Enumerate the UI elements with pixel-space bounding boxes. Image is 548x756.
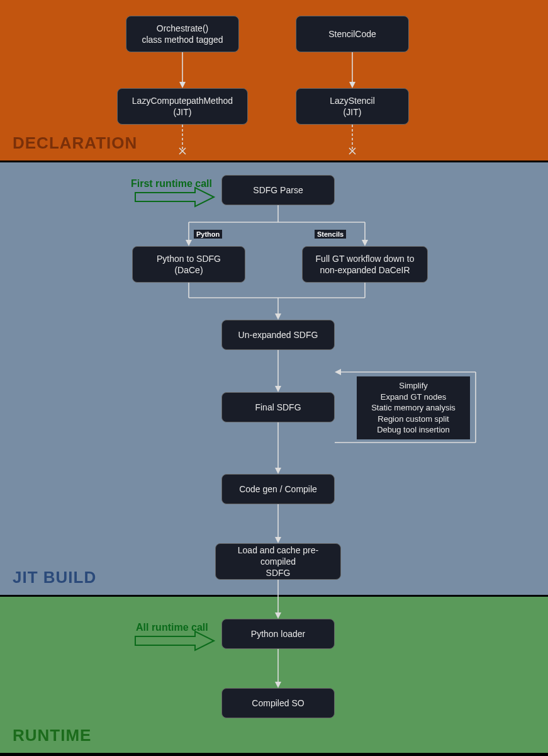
svg-marker-29 bbox=[275, 468, 281, 474]
node-text: Python loader bbox=[251, 628, 305, 640]
edge-label-stencils: Stencils bbox=[315, 230, 346, 239]
node-text: SDFG Parse bbox=[253, 184, 303, 196]
svg-marker-13 bbox=[186, 240, 192, 246]
node-text: LazyComputepathMethod bbox=[132, 95, 233, 106]
node-text: Load and cache pre-compiled bbox=[222, 544, 334, 567]
annotation-line: Static memory analysis bbox=[362, 402, 465, 414]
node-text: SDFG bbox=[266, 567, 291, 578]
node-text: (JIT) bbox=[344, 106, 362, 118]
section-label-jitbuild: JIT BUILD bbox=[13, 568, 96, 587]
node-lazy-stencil: LazyStencil (JIT) bbox=[296, 88, 409, 125]
node-compiled-so: Compiled SO bbox=[221, 688, 335, 718]
svg-marker-34 bbox=[275, 612, 281, 619]
node-text: LazyStencil bbox=[330, 95, 375, 106]
node-unexpanded-sdfg: Un-expanded SDFG bbox=[221, 320, 335, 350]
node-text: Code gen / Compile bbox=[239, 483, 317, 495]
node-text: Full GT workflow down to bbox=[316, 253, 415, 264]
node-text: Un-expanded SDFG bbox=[238, 329, 318, 341]
section-declaration: DECLARATION Orchestrate() class method t… bbox=[0, 0, 548, 162]
svg-marker-36 bbox=[275, 682, 281, 688]
svg-marker-15 bbox=[362, 240, 368, 246]
section-label-declaration: DECLARATION bbox=[13, 133, 137, 153]
node-text: Final SDFG bbox=[255, 402, 301, 413]
node-sdfg-parse: SDFG Parse bbox=[221, 175, 335, 205]
svg-line-5 bbox=[179, 148, 186, 154]
svg-marker-3 bbox=[349, 82, 355, 88]
node-full-gt-workflow: Full GT workflow down to non-expanded Da… bbox=[302, 246, 428, 283]
node-final-sdfg: Final SDFG bbox=[221, 392, 335, 422]
node-text: Orchestrate() bbox=[157, 23, 208, 34]
svg-marker-20 bbox=[275, 313, 281, 320]
svg-marker-22 bbox=[275, 386, 281, 392]
node-stencilcode: StencilCode bbox=[296, 16, 409, 52]
node-text: (DaCe) bbox=[174, 264, 203, 276]
annotation-line: Expand GT nodes bbox=[362, 392, 465, 403]
node-lazy-method: LazyComputepathMethod (JIT) bbox=[117, 88, 248, 125]
svg-line-8 bbox=[349, 148, 355, 154]
annotation-steps: Simplify Expand GT nodes Static memory a… bbox=[357, 376, 470, 439]
callout-first-runtime: First runtime call bbox=[131, 178, 212, 189]
node-codegen: Code gen / Compile bbox=[221, 474, 335, 504]
section-runtime: RUNTIME All runtime call Python loader C… bbox=[0, 597, 548, 755]
svg-line-6 bbox=[179, 148, 186, 154]
svg-marker-26 bbox=[335, 369, 341, 375]
node-orchestrate: Orchestrate() class method tagged bbox=[126, 16, 239, 52]
node-load-cache: Load and cache pre-compiled SDFG bbox=[215, 543, 341, 580]
node-python-to-sdfg: Python to SDFG (DaCe) bbox=[132, 246, 245, 283]
svg-line-9 bbox=[349, 148, 355, 154]
svg-marker-1 bbox=[179, 82, 186, 88]
svg-marker-31 bbox=[275, 537, 281, 543]
annotation-line: Simplify bbox=[362, 380, 465, 392]
node-text: (JIT) bbox=[174, 106, 192, 118]
node-text: Python to SDFG bbox=[157, 253, 221, 264]
section-label-runtime: RUNTIME bbox=[13, 726, 91, 745]
edge-label-python: Python bbox=[194, 230, 222, 239]
node-text: class method tagged bbox=[142, 34, 223, 45]
annotation-line: Region custom split bbox=[362, 414, 465, 425]
callout-all-runtime: All runtime call bbox=[136, 622, 208, 633]
node-text: Compiled SO bbox=[252, 697, 304, 709]
node-python-loader: Python loader bbox=[221, 619, 335, 649]
node-text: non-expanded DaCeIR bbox=[320, 264, 410, 276]
node-text: StencilCode bbox=[328, 28, 376, 40]
annotation-line: Debug tool insertion bbox=[362, 424, 465, 436]
section-jitbuild: JIT BUILD First runtime call SDFG Parse … bbox=[0, 162, 548, 597]
